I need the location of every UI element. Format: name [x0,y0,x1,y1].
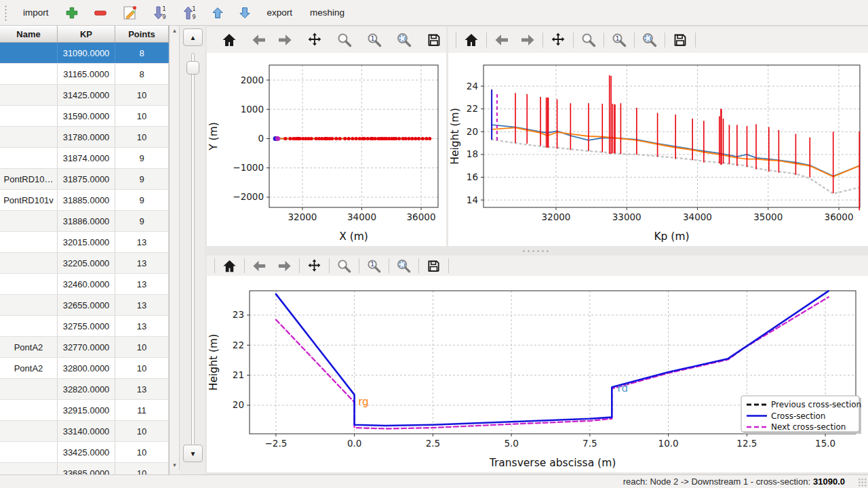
table-row[interactable]: 32820.0000 13 [0,379,169,400]
cross-section-table: Name KP Points 31090.0000 8 31165.0000 8 [0,26,170,474]
cell-points: 10 [115,85,169,105]
cell-name: PontA2 [0,337,58,357]
back-button[interactable] [246,30,272,49]
cell-name [0,316,58,336]
forward-button[interactable] [515,30,540,49]
svg-text:23: 23 [233,309,244,320]
back-button[interactable] [247,257,272,275]
longitudinal-profile-plot[interactable]: 3200033000340003500036000141618202224Kp … [448,53,868,246]
cell-kp: 32915.0000 [58,400,115,420]
column-header-name[interactable]: Name [0,26,58,42]
svg-text:12.5: 12.5 [736,438,757,449]
table-row[interactable]: 33140.0000 10 [0,421,169,442]
cell-kp: 31590.0000 [58,106,115,126]
table-row[interactable]: PontRD10… 31875.0000 9 [0,169,169,190]
horizontal-splitter[interactable] [205,246,868,256]
sort-descending-icon [151,5,167,21]
scroll-up-icon[interactable]: ▲ [170,26,180,35]
trace-plot-panel: » 320003400036000−2000−1000010002000X (m… [207,27,446,246]
cell-points: 9 [115,211,169,231]
export-button[interactable]: export [260,5,300,20]
zoom-selection-button[interactable] [391,257,416,275]
zoom-button[interactable] [332,257,357,275]
table-row[interactable]: 32655.0000 13 [0,295,169,316]
save-button[interactable] [421,257,446,275]
zoom-1-button[interactable] [361,30,387,49]
table-row[interactable]: 31425.0000 10 [0,85,169,106]
zoom-button[interactable] [576,30,601,49]
slider-up-button[interactable]: ▲ [183,28,203,46]
table-row[interactable]: 31090.0000 8 [0,43,169,64]
forward-button[interactable] [272,257,297,275]
table-row[interactable]: PontA2 32800.0000 10 [0,358,169,379]
save-button[interactable] [421,30,447,49]
table-row[interactable]: 32755.0000 13 [0,316,169,337]
zoom-button[interactable] [332,30,357,49]
home-button[interactable] [217,257,242,275]
table-row[interactable]: 32205.0000 13 [0,253,169,274]
cell-points: 10 [115,106,169,126]
table-row[interactable]: 31886.0000 9 [0,211,169,232]
table-row[interactable]: 31874.0000 9 [0,148,169,169]
plots-area: » 320003400036000−2000−1000010002000X (m… [205,26,868,474]
cell-kp: 32800.0000 [58,358,115,378]
slider-handle[interactable] [186,61,199,75]
svg-text:20: 20 [467,126,478,137]
table-row[interactable]: 33425.0000 10 [0,442,169,463]
toolbar-drag-handle[interactable] [4,5,8,21]
trace-plot[interactable]: 320003400036000−2000−1000010002000X (m)Y… [207,53,446,246]
move-down-button[interactable] [233,4,256,22]
cell-kp: 31780.0000 [58,127,115,147]
slider-track[interactable] [191,53,195,446]
pan-button[interactable] [545,30,571,49]
table-row[interactable]: 32915.0000 11 [0,400,169,421]
scroll-down-icon[interactable]: ▼ [170,460,180,470]
pan-button[interactable] [302,257,327,275]
zoom-1-button[interactable] [606,30,632,49]
svg-text:10.0: 10.0 [658,438,679,449]
import-button[interactable]: import [16,5,56,20]
forward-arrow-icon [277,32,293,48]
back-button[interactable] [489,30,515,49]
sort-descending-button[interactable] [146,3,172,23]
magnifier-icon [580,32,597,48]
home-button[interactable] [458,30,484,49]
sort-ascending-button[interactable] [176,3,202,23]
slider-down-button[interactable]: ▼ [183,445,203,462]
table-row[interactable]: 32015.0000 13 [0,232,169,253]
table-scrollbar[interactable]: ▲ ▼ [170,26,180,470]
resize-grip-icon[interactable] [858,478,867,487]
back-arrow-icon [252,258,267,274]
column-header-kp[interactable]: KP [58,26,115,42]
forward-button[interactable] [272,30,298,49]
table-row[interactable]: PontA2 32770.0000 10 [0,337,169,358]
magnifier-1-icon [366,258,382,274]
meshing-button[interactable]: meshing [303,5,351,20]
add-cross-section-button[interactable] [60,3,84,22]
cross-section-plot[interactable]: −2.50.02.55.07.510.012.515.020212223rgrd… [207,276,868,472]
pan-button[interactable] [302,30,328,49]
move-up-button[interactable] [206,4,229,22]
application-window: import export meshing Name KP Points 310… [0,0,868,488]
cell-kp: 31885.0000 [58,190,115,210]
table-row[interactable]: PontRD101v 31885.0000 9 [0,190,169,211]
save-button[interactable] [667,30,693,49]
svg-text:35000: 35000 [753,211,783,222]
table-row[interactable]: 31165.0000 8 [0,64,169,85]
zoom-1-button[interactable] [361,257,387,275]
edit-button[interactable] [117,3,142,23]
home-button[interactable] [216,30,242,49]
remove-cross-section-button[interactable] [88,3,113,22]
magnifier-icon [336,32,353,48]
table-row[interactable]: 31780.0000 10 [0,127,169,148]
cell-kp: 31886.0000 [58,211,115,231]
zoom-selection-button[interactable] [637,30,663,49]
svg-text:36000: 36000 [825,211,854,222]
column-header-points[interactable]: Points [115,26,169,42]
home-icon [221,32,237,48]
zoom-selection-button[interactable] [391,30,417,49]
table-row[interactable]: 31590.0000 10 [0,106,169,127]
table-row[interactable]: 32460.0000 13 [0,274,169,295]
minus-icon [93,5,108,20]
cell-name [0,274,58,294]
